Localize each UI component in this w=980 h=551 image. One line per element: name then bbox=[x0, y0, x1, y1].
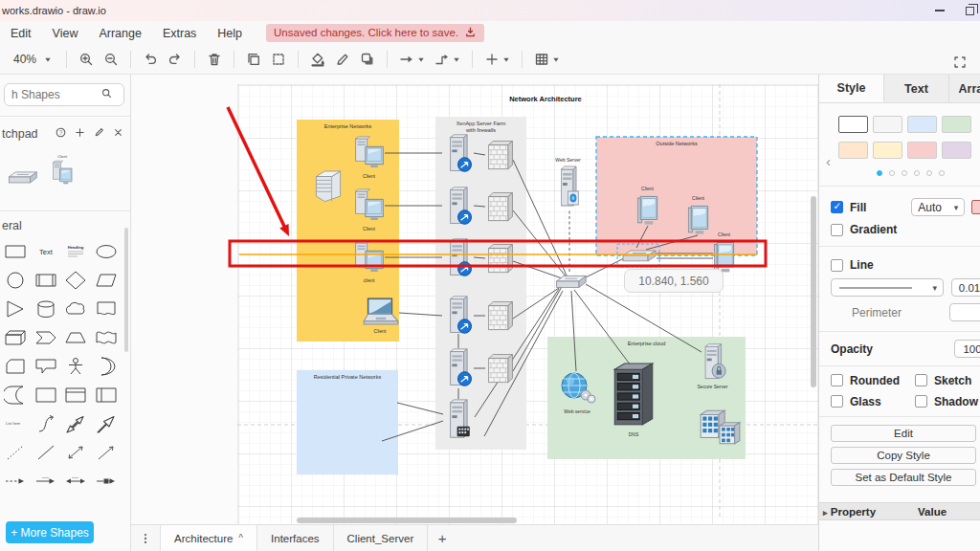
node-web-server[interactable]: Web Server bbox=[555, 157, 581, 206]
plus-icon[interactable] bbox=[74, 125, 86, 143]
shape-curve[interactable] bbox=[33, 412, 59, 434]
gradient-checkbox[interactable] bbox=[831, 224, 843, 236]
scratchpad-item-switch[interactable] bbox=[6, 166, 38, 191]
region-server-farm[interactable]: XenApp Server Farmwith firewalls bbox=[435, 117, 526, 450]
shape-actor[interactable] bbox=[62, 355, 89, 377]
region-outside-networks[interactable]: Outside Networks bbox=[596, 137, 757, 255]
shape-dashed-link[interactable] bbox=[2, 470, 29, 492]
table-button[interactable] bbox=[529, 48, 565, 71]
region-residential-networks[interactable]: Residential Private Networks bbox=[297, 370, 398, 474]
glass-toggle[interactable]: Glass bbox=[831, 395, 915, 408]
canvas[interactable]: Enterprise NetworksXenApp Server Farmwit… bbox=[131, 75, 818, 524]
format-tab-arrange[interactable]: Arrange bbox=[949, 75, 980, 102]
shape-dashed-line[interactable] bbox=[2, 441, 29, 463]
shape-arrow-shape[interactable] bbox=[93, 412, 120, 434]
shape-diamond[interactable] bbox=[62, 269, 89, 291]
fill-mode-select[interactable]: Auto▾ bbox=[911, 198, 965, 216]
preset-page-dot[interactable] bbox=[889, 170, 895, 176]
shape-link[interactable] bbox=[33, 470, 59, 492]
paste-button[interactable] bbox=[266, 48, 291, 71]
vertical-scrollbar[interactable] bbox=[811, 196, 816, 387]
shape-tape[interactable] bbox=[93, 326, 120, 348]
pages-menu-icon[interactable] bbox=[131, 525, 160, 551]
zoom-select[interactable]: 40% bbox=[10, 53, 59, 66]
fill-color-button[interactable] bbox=[305, 48, 330, 71]
node-firewall-4[interactable] bbox=[489, 302, 513, 330]
shadow-button[interactable] bbox=[355, 48, 380, 71]
shape-step[interactable] bbox=[33, 326, 59, 348]
search-input[interactable] bbox=[5, 88, 100, 101]
shape-container-side[interactable] bbox=[93, 384, 120, 406]
shape-bidir-arrow[interactable] bbox=[62, 412, 89, 434]
fill-color-swatch[interactable] bbox=[971, 200, 980, 214]
preset-page-dot[interactable] bbox=[926, 170, 932, 176]
arrow-button[interactable] bbox=[394, 48, 430, 71]
shape-search[interactable] bbox=[4, 83, 124, 106]
unsaved-changes-button[interactable]: Unsaved changes. Click here to save. bbox=[266, 24, 484, 42]
restore-button[interactable] bbox=[966, 7, 974, 15]
page-tab-architecture[interactable]: Architecture^ bbox=[160, 525, 257, 551]
pencil-icon[interactable] bbox=[93, 125, 105, 143]
preset-page-dot[interactable] bbox=[939, 170, 945, 176]
menu-arrange[interactable]: Arrange bbox=[88, 24, 151, 43]
shape-process[interactable] bbox=[33, 269, 59, 291]
sketch-checkbox[interactable] bbox=[915, 374, 927, 386]
copy-style-button[interactable]: Copy Style bbox=[831, 447, 976, 464]
rounded-toggle[interactable]: Rounded bbox=[831, 374, 915, 387]
shape-rect[interactable] bbox=[2, 240, 29, 262]
set-as-default-style-button[interactable]: Set as Default Style bbox=[831, 469, 976, 486]
waypoint-button[interactable] bbox=[430, 48, 465, 71]
edit-button[interactable]: Edit bbox=[831, 425, 976, 442]
opacity-input[interactable]: 100 bbox=[954, 340, 980, 358]
sketch-toggle[interactable]: Sketch bbox=[915, 374, 980, 387]
style-swatch[interactable] bbox=[873, 116, 902, 133]
shape-text[interactable]: Text bbox=[33, 240, 59, 262]
shape-arrow-link[interactable] bbox=[93, 470, 120, 492]
undo-button[interactable] bbox=[138, 48, 163, 71]
node-firewall-1[interactable] bbox=[489, 142, 513, 169]
shape-heading[interactable]: Heading bbox=[62, 240, 89, 262]
node-firewall-2[interactable] bbox=[489, 193, 513, 221]
page-tab-interfaces[interactable]: Interfaces bbox=[257, 525, 334, 551]
preset-page-dot[interactable] bbox=[914, 170, 920, 176]
shape-bidir-link[interactable] bbox=[62, 470, 89, 492]
line-checkbox[interactable] bbox=[831, 259, 843, 272]
help-icon[interactable]: ? bbox=[55, 125, 67, 143]
connector-edge[interactable] bbox=[584, 258, 624, 278]
shadow-checkbox[interactable] bbox=[915, 395, 927, 408]
menu-edit[interactable]: Edit bbox=[0, 24, 42, 43]
node-firewall-5[interactable] bbox=[489, 355, 513, 383]
scratchpad-item-client[interactable]: Client bbox=[50, 154, 75, 191]
menu-view[interactable]: View bbox=[42, 24, 89, 43]
more-shapes-button[interactable]: + More Shapes bbox=[6, 521, 94, 543]
shape-and[interactable] bbox=[2, 384, 29, 406]
line-width-input[interactable]: 0.01 bbox=[951, 278, 980, 297]
shape-list-item[interactable]: List Item bbox=[2, 412, 29, 434]
zoom-out-button[interactable] bbox=[99, 48, 123, 71]
glass-checkbox[interactable] bbox=[831, 395, 843, 408]
add-page-button[interactable]: + bbox=[428, 525, 457, 551]
shape-circle[interactable] bbox=[2, 269, 29, 291]
delete-button[interactable] bbox=[202, 48, 227, 71]
node-rack[interactable] bbox=[316, 171, 340, 202]
presets-prev-icon[interactable]: ‹ bbox=[826, 153, 831, 169]
rounded-checkbox[interactable] bbox=[831, 374, 843, 386]
preset-page-dot[interactable] bbox=[877, 170, 882, 176]
node-central-hub[interactable] bbox=[557, 276, 587, 288]
shape-container-title[interactable] bbox=[62, 384, 89, 406]
node-firewall-3[interactable] bbox=[489, 245, 513, 273]
shape-parallelogram[interactable] bbox=[93, 269, 120, 291]
style-swatch[interactable] bbox=[942, 116, 971, 133]
page-tab-client_server[interactable]: Client_Server bbox=[334, 525, 429, 551]
pen-button[interactable] bbox=[330, 48, 355, 71]
shape-bidir-line[interactable] bbox=[62, 441, 89, 463]
preset-page-dot[interactable] bbox=[902, 170, 907, 176]
shape-card[interactable] bbox=[2, 355, 29, 377]
shape-cloud[interactable] bbox=[62, 298, 89, 320]
shape-dir-line[interactable] bbox=[93, 441, 120, 463]
shape-container[interactable] bbox=[33, 384, 59, 406]
shape-cylinder[interactable] bbox=[33, 298, 59, 320]
horizontal-scrollbar[interactable] bbox=[297, 518, 517, 523]
line-style-select[interactable]: ▾ bbox=[831, 278, 944, 297]
style-swatch[interactable] bbox=[907, 142, 937, 159]
